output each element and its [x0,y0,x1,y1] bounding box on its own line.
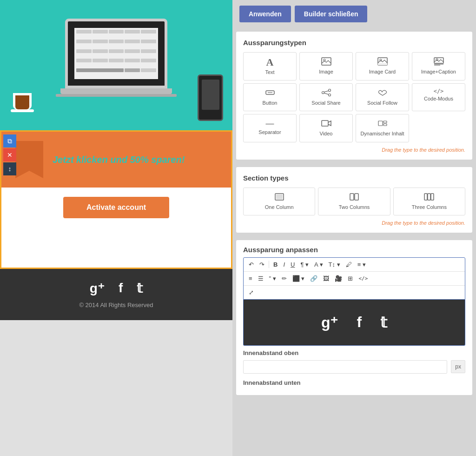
gray-area [0,320,232,456]
aussparungstypen-panel: Aussparungstypen A Text Image [236,32,472,160]
underline-btn[interactable]: U [288,260,297,269]
section-types-panel: Section types One Column [236,167,472,233]
facebook-icon: f [119,281,123,296]
button-type-label: Button [263,100,278,106]
svg-line-15 [324,93,329,94]
image-btn[interactable]: 🖼 [321,274,331,283]
type-text[interactable]: A Text [243,52,297,80]
unordered-list-btn[interactable]: ☰ [256,274,266,283]
font-color-btn[interactable]: A ▾ [312,260,325,269]
top-toolbar: Anwenden Builder schließen [232,0,476,28]
phone-illustration [198,74,223,121]
three-columns-icon [424,193,434,202]
copyright-text: © 2014 All Rights Reserved [12,302,221,308]
ink-btn[interactable]: 🖊 [344,260,354,269]
svg-rect-19 [383,124,387,126]
social-follow-type-icon [377,88,388,98]
redo-btn[interactable]: ↷ [257,260,267,269]
text-type-icon: A [266,57,274,67]
quote-btn[interactable]: " ▾ [267,274,278,283]
bold-btn[interactable]: B [271,260,280,269]
type-one-column[interactable]: One Column [243,188,315,215]
delete-control-btn[interactable]: ✕ [3,148,16,161]
svg-point-12 [328,94,331,96]
left-panel: ⧉ ✕ ↕ Jetzt klicken und 50% sparen! Acti… [0,0,232,456]
apply-button[interactable]: Anwenden [239,6,291,22]
type-dynamischer[interactable]: Dynamischer Inhalt [356,114,409,142]
padding-top-label: Innenabstand oben [243,349,465,356]
three-columns-label: Three Columns [412,204,447,210]
one-column-icon [274,193,284,202]
editor-row-1: ↶ ↷ B I U ¶ ▾ A ▾ T↕ ▾ 🖊 ≡ ▾ [244,258,465,272]
padding-bottom-label: Innenabstand unten [243,379,465,386]
type-code-modus[interactable]: </> Code-Modus [412,83,465,111]
type-button[interactable]: Button [243,83,297,111]
email-banner: Jetzt klicken und 50% sparen! [1,132,231,188]
aussparungstypen-title: Aussparungstypen [243,39,465,47]
svg-rect-26 [431,194,434,200]
align-btn[interactable]: ≡ ▾ [355,260,368,269]
two-columns-label: Two Columns [339,204,370,210]
svg-rect-22 [350,194,354,200]
email-section: ⧉ ✕ ↕ Jetzt klicken und 50% sparen! Acti… [0,130,232,269]
type-separator[interactable]: — Separator [243,114,297,142]
video-type-icon [321,119,331,129]
code-modus-type-icon: </> [434,88,444,94]
paragraph-btn[interactable]: ¶ ▾ [298,260,311,269]
type-video[interactable]: Video [299,114,353,142]
left-controls[interactable]: ⧉ ✕ ↕ [3,134,16,175]
table-btn[interactable]: ⊞ [345,274,355,283]
close-builder-button[interactable]: Builder schließen [295,6,368,22]
social-share-type-label: Social Share [311,100,340,106]
activate-account-button[interactable]: Activate account [63,197,169,218]
svg-rect-24 [424,194,427,200]
email-footer: g⁺ f 𝕥 © 2014 All Rights Reserved [0,269,232,320]
editor-facebook-icon: f [357,314,362,331]
coffee-cup [9,93,35,116]
tag-btn[interactable]: ⬛ ▾ [290,274,307,283]
link-btn[interactable]: 🔗 [308,274,320,283]
type-social-follow[interactable]: Social Follow [356,83,409,111]
editor-toolbar: ↶ ↷ B I U ¶ ▾ A ▾ T↕ ▾ 🖊 ≡ ▾ ≡ ☰ " ▾ ✏ ⬛… [243,257,465,300]
svg-rect-16 [322,121,328,126]
move-control-btn[interactable]: ↕ [3,162,16,175]
separator-type-icon: — [266,119,274,127]
social-follow-type-label: Social Follow [367,100,397,106]
one-column-label: One Column [265,204,294,210]
two-columns-icon [349,193,359,202]
type-image-caption[interactable]: Image+Caption [412,52,465,80]
separator-type-label: Separator [258,129,281,135]
customize-title: Aussparung anpassen [236,240,472,257]
svg-line-14 [324,91,329,92]
image-caption-type-label: Image+Caption [421,69,456,75]
image-caption-type-icon [434,57,444,67]
copy-control-btn[interactable]: ⧉ [3,134,16,148]
svg-point-13 [322,92,324,94]
svg-rect-23 [355,194,358,200]
font-size-btn[interactable]: T↕ ▾ [326,260,343,269]
undo-btn[interactable]: ↶ [246,260,256,269]
editor-twitter-icon: 𝕥 [380,314,387,331]
italic-btn[interactable]: I [281,260,287,269]
type-two-columns[interactable]: Two Columns [318,188,390,215]
svg-point-11 [328,89,331,92]
type-three-columns[interactable]: Three Columns [393,188,465,215]
type-image-card[interactable]: Image Card [356,52,409,80]
twitter-icon: 𝕥 [137,281,143,296]
editor-row-3: ⤢ [244,286,465,299]
image-type-icon [321,57,331,67]
editor-preview: g⁺ f 𝕥 [243,300,465,346]
type-image[interactable]: Image [299,52,353,80]
video-type-label: Video [320,131,333,137]
video-btn[interactable]: 🎥 [332,274,344,283]
marker-btn[interactable]: ✏ [279,274,289,283]
svg-rect-21 [276,194,283,199]
type-social-share[interactable]: Social Share [299,83,353,111]
button-type-icon [265,88,275,98]
right-panel: Anwenden Builder schließen Aussparungsty… [232,0,476,456]
aussparung-drag-hint: Drag the type to the desired position. [243,147,465,153]
code-btn[interactable]: </> [356,274,370,283]
ordered-list-btn[interactable]: ≡ [246,274,255,283]
expand-btn[interactable]: ⤢ [246,288,256,297]
padding-top-input[interactable] [243,360,447,374]
